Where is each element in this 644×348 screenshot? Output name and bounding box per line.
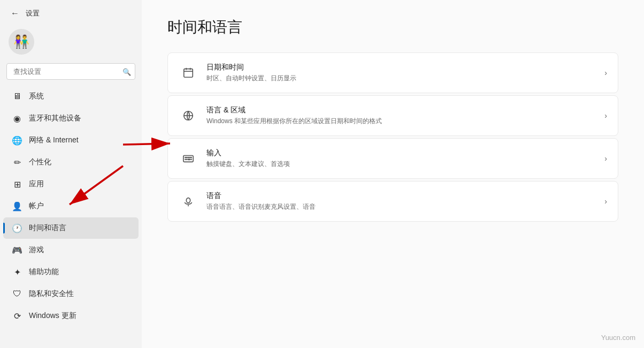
time-language-icon: 🕐 <box>12 223 22 233</box>
card-speech[interactable]: 语音语音语言、语音识别麦克风设置、语音› <box>167 181 618 222</box>
search-input[interactable] <box>6 63 135 80</box>
card-datetime[interactable]: 日期和时间时区、自动时钟设置、日历显示› <box>167 52 618 93</box>
language-region-subtitle: Windows 和某些应用根据你所在的区域设置日期和时间的格式 <box>206 117 600 126</box>
network-icon: 🌐 <box>12 135 22 146</box>
watermark: Yuucn.com <box>601 334 635 342</box>
back-button[interactable]: ← <box>9 6 21 20</box>
sidebar-item-accessibility[interactable]: ✦辅助功能 <box>3 261 139 283</box>
nav-list: 🖥系统◉蓝牙和其他设备🌐网络 & Internet✏个性化⊞应用👤帐户🕐时间和语… <box>0 84 142 348</box>
language-region-text: 语言 & 区域Windows 和某些应用根据你所在的区域设置日期和时间的格式 <box>206 105 600 126</box>
sidebar-item-accounts[interactable]: 👤帐户 <box>3 195 139 217</box>
avatar: 👫 <box>9 29 34 55</box>
sidebar-item-label-bluetooth: 蓝牙和其他设备 <box>29 114 81 123</box>
main-content: 时间和语言 日期和时间时区、自动时钟设置、日历显示›语言 & 区域Windows… <box>142 0 644 348</box>
settings-top-title: 设置 <box>26 9 40 18</box>
privacy-icon: 🛡 <box>12 289 22 299</box>
windows-update-icon: ⟳ <box>12 311 22 321</box>
datetime-chevron-icon: › <box>604 69 607 77</box>
gaming-icon: 🎮 <box>12 245 22 255</box>
sidebar-item-gaming[interactable]: 🎮游戏 <box>3 239 139 261</box>
input-icon <box>179 149 198 168</box>
bluetooth-icon: ◉ <box>12 113 22 124</box>
sidebar-item-label-time-language: 时间和语言 <box>29 223 66 233</box>
card-input[interactable]: 输入触摸键盘、文本建议、首选项› <box>167 138 618 179</box>
svg-point-16 <box>186 198 190 203</box>
card-language-region[interactable]: 语言 & 区域Windows 和某些应用根据你所在的区域设置日期和时间的格式› <box>167 95 618 136</box>
speech-icon <box>179 192 198 211</box>
sidebar-item-apps[interactable]: ⊞应用 <box>3 173 139 195</box>
language-region-title: 语言 & 区域 <box>206 105 600 115</box>
language-region-chevron-icon: › <box>604 111 607 120</box>
apps-icon: ⊞ <box>12 179 22 190</box>
sidebar-item-system[interactable]: 🖥系统 <box>3 86 139 107</box>
speech-title: 语音 <box>206 191 600 201</box>
sidebar-item-label-accessibility: 辅助功能 <box>29 267 59 277</box>
datetime-icon <box>179 63 198 82</box>
sidebar-item-label-accounts: 帐户 <box>29 201 44 211</box>
personalization-icon: ✏ <box>12 157 22 168</box>
sidebar-item-bluetooth[interactable]: ◉蓝牙和其他设备 <box>3 108 139 129</box>
system-icon: 🖥 <box>12 91 22 102</box>
sidebar-item-label-privacy: 隐私和安全性 <box>29 289 74 299</box>
input-chevron-icon: › <box>604 154 607 163</box>
sidebar-item-privacy[interactable]: 🛡隐私和安全性 <box>3 283 139 305</box>
speech-text: 语音语音语言、语音识别麦克风设置、语音 <box>206 191 600 211</box>
sidebar-item-label-network: 网络 & Internet <box>29 135 79 145</box>
sidebar-item-label-personalization: 个性化 <box>29 157 51 167</box>
accessibility-icon: ✦ <box>12 267 22 277</box>
speech-subtitle: 语音语言、语音识别麦克风设置、语音 <box>206 202 600 211</box>
datetime-subtitle: 时区、自动时钟设置、日历显示 <box>206 74 600 83</box>
sidebar-item-network[interactable]: 🌐网络 & Internet <box>3 130 139 151</box>
datetime-text: 日期和时间时区、自动时钟设置、日历显示 <box>206 63 600 83</box>
sidebar-item-label-windows-update: Windows 更新 <box>29 311 76 321</box>
sidebar-item-windows-update[interactable]: ⟳Windows 更新 <box>3 305 139 327</box>
svg-rect-0 <box>184 69 193 78</box>
sidebar-item-label-gaming: 游戏 <box>29 245 44 255</box>
svg-rect-6 <box>183 156 193 162</box>
sidebar-item-personalization[interactable]: ✏个性化 <box>3 152 139 173</box>
sidebar-item-label-system: 系统 <box>29 92 44 101</box>
language-region-icon <box>179 106 198 125</box>
speech-chevron-icon: › <box>604 197 607 206</box>
sidebar-item-label-apps: 应用 <box>29 179 44 189</box>
input-title: 输入 <box>206 148 600 158</box>
search-box: 🔍 <box>6 63 135 80</box>
accounts-icon: 👤 <box>12 201 22 211</box>
datetime-title: 日期和时间 <box>206 63 600 72</box>
input-subtitle: 触摸键盘、文本建议、首选项 <box>206 160 600 169</box>
sidebar-item-time-language[interactable]: 🕐时间和语言 <box>3 217 139 239</box>
page-title: 时间和语言 <box>167 17 618 37</box>
input-text: 输入触摸键盘、文本建议、首选项 <box>206 148 600 169</box>
cards-container: 日期和时间时区、自动时钟设置、日历显示›语言 & 区域Windows 和某些应用… <box>167 52 618 222</box>
search-icon: 🔍 <box>122 67 131 75</box>
